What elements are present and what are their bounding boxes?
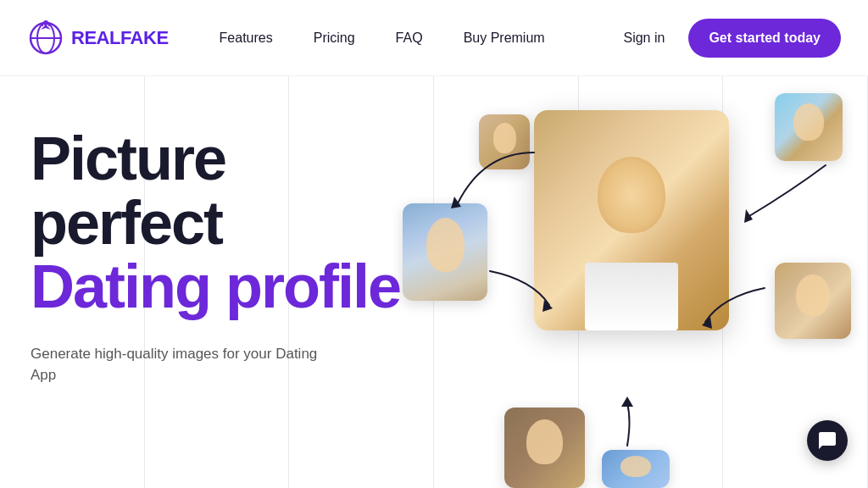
photo-thumb-topright bbox=[775, 93, 843, 161]
hero-section: Picture perfect Dating profile Generate … bbox=[0, 76, 868, 488]
svg-point-3 bbox=[43, 20, 48, 25]
nav-buy-premium[interactable]: Buy Premium bbox=[464, 30, 545, 46]
hero-images bbox=[339, 76, 868, 488]
headline-line2: perfect bbox=[31, 189, 222, 257]
photo-thumb-rightmid bbox=[775, 263, 851, 339]
headline-line1: Picture bbox=[31, 125, 225, 192]
sign-in-link[interactable]: Sign in bbox=[623, 30, 665, 46]
logo-link[interactable]: REALFAKE bbox=[27, 19, 169, 57]
photo-thumb-bottommid bbox=[602, 450, 670, 488]
nav-faq[interactable]: FAQ bbox=[396, 30, 423, 46]
photo-thumb-bottomleft bbox=[504, 408, 585, 488]
logo-text: REALFAKE bbox=[71, 27, 169, 49]
get-started-button[interactable]: Get started today bbox=[688, 19, 841, 58]
photo-main bbox=[534, 110, 729, 330]
chat-button[interactable] bbox=[807, 420, 848, 461]
headline-highlight: Dating profile bbox=[31, 252, 400, 320]
nav-right: Sign in Get started today bbox=[623, 19, 841, 58]
nav-features[interactable]: Features bbox=[220, 30, 273, 46]
svg-marker-8 bbox=[621, 396, 633, 407]
hero-left: Picture perfect Dating profile Generate … bbox=[0, 76, 407, 488]
photo-thumb-leftmid bbox=[403, 203, 487, 301]
navbar: REALFAKE Features Pricing FAQ Buy Premiu… bbox=[0, 0, 868, 76]
svg-marker-5 bbox=[744, 209, 753, 223]
logo-icon bbox=[27, 19, 64, 57]
photo-thumb-topleft bbox=[479, 114, 530, 169]
chat-icon bbox=[817, 430, 837, 451]
nav-pricing[interactable]: Pricing bbox=[314, 30, 355, 46]
hero-headline: Picture perfect Dating profile bbox=[31, 127, 407, 319]
hero-subtext: Generate high-quality images for your Da… bbox=[31, 343, 319, 386]
arrow-topright-to-main bbox=[741, 157, 851, 233]
nav-links: Features Pricing FAQ Buy Premium bbox=[220, 30, 624, 46]
arrow-bottom-up bbox=[606, 395, 648, 454]
